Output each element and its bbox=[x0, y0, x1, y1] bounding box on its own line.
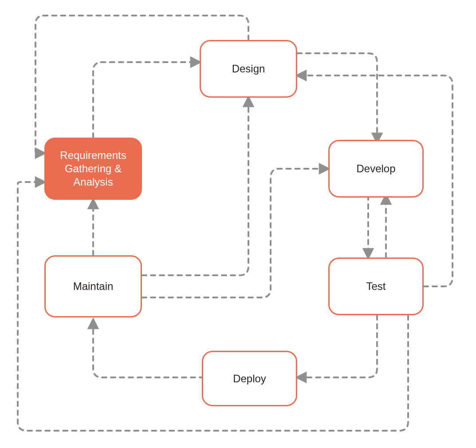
diagram-canvas: Requirements Gathering & Analysis Design… bbox=[0, 0, 476, 448]
edge-maintain-to-design bbox=[142, 98, 248, 275]
node-label: Develop bbox=[356, 162, 395, 175]
node-label: Deploy bbox=[233, 372, 266, 385]
edge-req-to-design bbox=[93, 62, 200, 138]
edge-test-to-deploy bbox=[297, 315, 377, 377]
node-deploy[interactable]: Deploy bbox=[202, 351, 297, 406]
node-maintain[interactable]: Maintain bbox=[44, 255, 142, 317]
edge-deploy-to-maintain bbox=[93, 320, 204, 377]
node-label: Maintain bbox=[73, 280, 114, 293]
node-label: Requirements Gathering & Analysis bbox=[60, 149, 126, 189]
node-test[interactable]: Test bbox=[328, 258, 424, 315]
node-develop[interactable]: Develop bbox=[328, 140, 424, 198]
node-label: Design bbox=[232, 62, 265, 75]
edge-design-to-develop bbox=[297, 53, 377, 142]
node-requirements[interactable]: Requirements Gathering & Analysis bbox=[44, 138, 142, 200]
edge-maintain-to-develop bbox=[142, 169, 328, 297]
node-design[interactable]: Design bbox=[200, 40, 297, 98]
node-label: Test bbox=[366, 280, 386, 293]
